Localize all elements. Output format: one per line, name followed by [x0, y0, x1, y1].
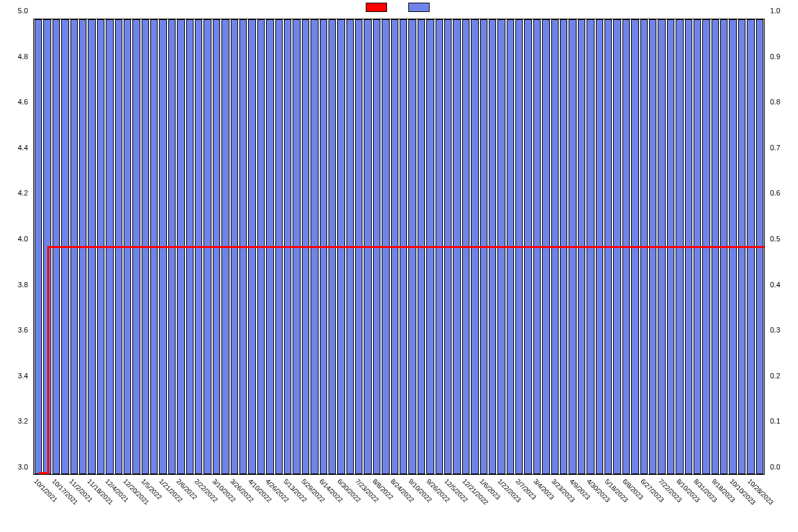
bar: [453, 19, 460, 474]
bar: [373, 19, 380, 474]
x-tick: 1/6/2023: [479, 477, 502, 501]
bar: [364, 19, 371, 474]
x-tick: 1/21/2022: [158, 477, 184, 503]
x-tick: 2/6/2022: [176, 477, 199, 501]
legend-swatch-blue: [408, 3, 430, 12]
bar: [35, 19, 42, 474]
bar: [213, 19, 220, 474]
bar: [275, 19, 283, 474]
bar: [489, 19, 496, 474]
bar: [115, 19, 122, 474]
x-tick: 12/20/2021: [122, 477, 150, 506]
x-tick: 9/10/2022: [407, 477, 433, 503]
y-right-tick: 0.2: [767, 372, 798, 380]
bar: [266, 19, 273, 474]
x-tick: 3/26/2022: [229, 477, 255, 503]
bar: [631, 19, 638, 474]
bar: [311, 19, 318, 474]
bar: [507, 19, 514, 474]
bar: [756, 19, 763, 474]
x-tick: 12/5/2022: [443, 477, 469, 503]
y-left-tick: 3.6: [0, 326, 31, 334]
x-tick: 3/10/2022: [211, 477, 237, 503]
x-tick: 4/26/2022: [265, 477, 291, 503]
bar: [203, 19, 211, 474]
bar: [418, 19, 425, 474]
bar: [124, 19, 131, 474]
bar: [408, 19, 416, 474]
y-left-tick: 4.6: [0, 98, 31, 106]
bar: [729, 19, 736, 474]
y-right-tick: 0.1: [767, 417, 798, 425]
bar: [106, 19, 113, 474]
bar: [738, 19, 745, 474]
bar: [426, 19, 434, 474]
bar: [560, 19, 567, 474]
bar: [53, 19, 60, 474]
bar: [70, 19, 78, 474]
bar: [186, 19, 194, 474]
bar: [436, 19, 443, 474]
y-right-tick: 0.6: [767, 189, 798, 197]
legend: [0, 3, 798, 12]
x-tick: 8/31/2023: [693, 477, 719, 503]
x-tick: 6/30/2022: [336, 477, 362, 503]
x-tick: 8/24/2022: [390, 477, 416, 503]
bar: [159, 19, 166, 474]
bar: [497, 19, 505, 474]
y-left-tick: 4.2: [0, 189, 31, 197]
bar: [676, 19, 683, 474]
x-tick: 10/10/2023: [728, 477, 757, 506]
x-tick: 8/10/2023: [675, 477, 701, 503]
bar: [694, 19, 701, 474]
y-left-tick: 3.4: [0, 372, 31, 380]
bar: [622, 19, 630, 474]
y-left-tick: 4.4: [0, 144, 31, 152]
bar: [480, 19, 487, 474]
x-tick: 11/18/2021: [86, 477, 114, 506]
x-tick: 4/10/2022: [247, 477, 273, 503]
bars-group: [34, 19, 764, 474]
bar: [248, 19, 255, 474]
x-tick: 9/18/2023: [710, 477, 736, 503]
bar: [257, 19, 265, 474]
x-tick: 2/7/2023: [514, 477, 537, 501]
x-tick: 5/29/2022: [300, 477, 326, 503]
x-tick: 1/5/2022: [140, 477, 163, 501]
bar: [88, 19, 95, 474]
chart-container: 3.03.23.43.63.84.04.24.44.64.85.0 0.00.1…: [0, 0, 798, 532]
x-tick: 10/1/2021: [33, 477, 59, 503]
bar: [685, 19, 692, 474]
bar: [346, 19, 354, 474]
y-right-tick: 0.8: [767, 98, 798, 106]
y-right-tick: 0.9: [767, 53, 798, 61]
bar: [355, 19, 362, 474]
y-left-tick: 4.8: [0, 53, 31, 61]
y-left-tick: 3.2: [0, 417, 31, 425]
bar: [177, 19, 184, 474]
x-tick: 2/22/2022: [193, 477, 219, 503]
y-right-tick: 0.3: [767, 326, 798, 334]
x-tick: 3/23/2023: [550, 477, 576, 503]
plot-area: [33, 19, 765, 475]
x-tick: 3/4/2023: [532, 477, 555, 501]
bar: [551, 19, 559, 474]
bar: [462, 19, 469, 474]
bar: [43, 19, 51, 474]
y-axis-right: 0.00.10.20.30.40.50.60.70.80.91.0: [767, 19, 798, 475]
x-tick: 12/21/2022: [461, 477, 489, 506]
bar: [284, 19, 291, 474]
x-tick: 4/30/2023: [586, 477, 612, 503]
x-tick: 6/8/2023: [621, 477, 644, 501]
bar: [578, 19, 585, 474]
bar: [471, 19, 478, 474]
x-axis: 10/1/202110/17/202111/2/202111/18/202112…: [33, 476, 765, 532]
bar: [302, 19, 309, 474]
bar: [79, 19, 86, 474]
bar: [658, 19, 665, 474]
bar: [231, 19, 238, 474]
bar: [150, 19, 158, 474]
x-tick: 5/13/2022: [283, 477, 309, 503]
bar: [604, 19, 612, 474]
bar: [329, 19, 336, 474]
